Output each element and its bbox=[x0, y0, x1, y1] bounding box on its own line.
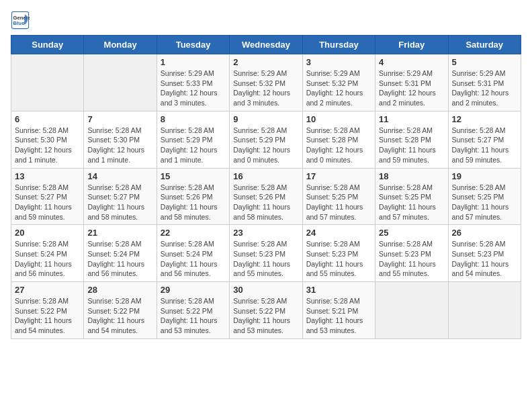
calendar-cell: 23Sunrise: 5:28 AMSunset: 5:23 PMDayligh… bbox=[230, 225, 302, 282]
calendar-cell: 30Sunrise: 5:28 AMSunset: 5:22 PMDayligh… bbox=[230, 282, 302, 339]
calendar-cell: 3Sunrise: 5:29 AMSunset: 5:32 PMDaylight… bbox=[302, 54, 375, 111]
day-info: Sunrise: 5:28 AMSunset: 5:21 PMDaylight:… bbox=[306, 296, 371, 336]
day-info: Sunrise: 5:28 AMSunset: 5:27 PMDaylight:… bbox=[15, 183, 80, 222]
day-info: Sunrise: 5:28 AMSunset: 5:25 PMDaylight:… bbox=[379, 183, 444, 222]
day-info: Sunrise: 5:28 AMSunset: 5:22 PMDaylight:… bbox=[233, 296, 298, 336]
day-info: Sunrise: 5:28 AMSunset: 5:23 PMDaylight:… bbox=[379, 239, 444, 279]
day-info: Sunrise: 5:29 AMSunset: 5:31 PMDaylight:… bbox=[379, 68, 444, 108]
day-number: 9 bbox=[233, 114, 298, 124]
calendar-cell: 11Sunrise: 5:28 AMSunset: 5:28 PMDayligh… bbox=[375, 111, 448, 168]
day-info: Sunrise: 5:28 AMSunset: 5:24 PMDaylight:… bbox=[87, 239, 152, 279]
calendar-cell: 2Sunrise: 5:29 AMSunset: 5:32 PMDaylight… bbox=[230, 54, 302, 111]
calendar-cell: 24Sunrise: 5:28 AMSunset: 5:23 PMDayligh… bbox=[302, 225, 375, 282]
day-header-sunday: Sunday bbox=[11, 36, 84, 54]
day-number: 6 bbox=[15, 114, 80, 124]
day-number: 8 bbox=[161, 114, 226, 124]
calendar-cell: 22Sunrise: 5:28 AMSunset: 5:24 PMDayligh… bbox=[157, 225, 229, 282]
calendar-cell: 7Sunrise: 5:28 AMSunset: 5:30 PMDaylight… bbox=[84, 111, 157, 168]
day-info: Sunrise: 5:28 AMSunset: 5:27 PMDaylight:… bbox=[87, 183, 152, 222]
day-number: 12 bbox=[452, 114, 517, 124]
svg-text:Blue: Blue bbox=[13, 20, 25, 26]
day-info: Sunrise: 5:28 AMSunset: 5:27 PMDaylight:… bbox=[452, 126, 517, 165]
day-number: 20 bbox=[15, 228, 80, 238]
day-number: 18 bbox=[379, 171, 444, 181]
day-number: 15 bbox=[161, 171, 226, 181]
calendar-table: SundayMondayTuesdayWednesdayThursdayFrid… bbox=[11, 35, 521, 339]
day-info: Sunrise: 5:28 AMSunset: 5:28 PMDaylight:… bbox=[306, 126, 371, 165]
calendar-cell bbox=[448, 282, 521, 339]
calendar-cell: 10Sunrise: 5:28 AMSunset: 5:28 PMDayligh… bbox=[302, 111, 375, 168]
calendar-cell: 17Sunrise: 5:28 AMSunset: 5:25 PMDayligh… bbox=[302, 168, 375, 225]
calendar-cell: 4Sunrise: 5:29 AMSunset: 5:31 PMDaylight… bbox=[375, 54, 448, 111]
day-info: Sunrise: 5:28 AMSunset: 5:26 PMDaylight:… bbox=[161, 183, 226, 222]
calendar-cell: 16Sunrise: 5:28 AMSunset: 5:26 PMDayligh… bbox=[230, 168, 302, 225]
day-info: Sunrise: 5:28 AMSunset: 5:30 PMDaylight:… bbox=[87, 126, 152, 165]
day-number: 21 bbox=[87, 228, 152, 238]
day-info: Sunrise: 5:28 AMSunset: 5:28 PMDaylight:… bbox=[379, 126, 444, 165]
logo: General Blue bbox=[11, 11, 32, 30]
calendar-cell bbox=[11, 54, 84, 111]
day-number: 30 bbox=[233, 285, 298, 295]
day-info: Sunrise: 5:28 AMSunset: 5:23 PMDaylight:… bbox=[306, 239, 371, 279]
day-number: 10 bbox=[306, 114, 371, 124]
day-number: 26 bbox=[452, 228, 517, 238]
day-number: 29 bbox=[161, 285, 226, 295]
day-info: Sunrise: 5:29 AMSunset: 5:33 PMDaylight:… bbox=[161, 68, 226, 108]
day-number: 16 bbox=[233, 171, 298, 181]
day-number: 24 bbox=[306, 228, 371, 238]
calendar-cell: 8Sunrise: 5:28 AMSunset: 5:29 PMDaylight… bbox=[157, 111, 229, 168]
day-info: Sunrise: 5:28 AMSunset: 5:29 PMDaylight:… bbox=[161, 126, 226, 165]
day-number: 13 bbox=[15, 171, 80, 181]
day-info: Sunrise: 5:29 AMSunset: 5:31 PMDaylight:… bbox=[452, 68, 517, 108]
calendar-cell: 19Sunrise: 5:28 AMSunset: 5:25 PMDayligh… bbox=[448, 168, 521, 225]
day-number: 28 bbox=[87, 285, 152, 295]
day-info: Sunrise: 5:29 AMSunset: 5:32 PMDaylight:… bbox=[306, 68, 371, 108]
day-number: 3 bbox=[306, 57, 371, 67]
calendar-cell: 31Sunrise: 5:28 AMSunset: 5:21 PMDayligh… bbox=[302, 282, 375, 339]
calendar-cell: 18Sunrise: 5:28 AMSunset: 5:25 PMDayligh… bbox=[375, 168, 448, 225]
calendar-cell: 27Sunrise: 5:28 AMSunset: 5:22 PMDayligh… bbox=[11, 282, 84, 339]
day-header-monday: Monday bbox=[84, 36, 157, 54]
day-number: 27 bbox=[15, 285, 80, 295]
day-number: 17 bbox=[306, 171, 371, 181]
calendar-cell bbox=[375, 282, 448, 339]
day-number: 25 bbox=[379, 228, 444, 238]
day-info: Sunrise: 5:28 AMSunset: 5:22 PMDaylight:… bbox=[161, 296, 226, 336]
day-header-thursday: Thursday bbox=[302, 36, 375, 54]
day-number: 22 bbox=[161, 228, 226, 238]
calendar-cell: 1Sunrise: 5:29 AMSunset: 5:33 PMDaylight… bbox=[157, 54, 229, 111]
calendar-cell: 9Sunrise: 5:28 AMSunset: 5:29 PMDaylight… bbox=[230, 111, 302, 168]
calendar-cell: 13Sunrise: 5:28 AMSunset: 5:27 PMDayligh… bbox=[11, 168, 84, 225]
calendar-cell: 15Sunrise: 5:28 AMSunset: 5:26 PMDayligh… bbox=[157, 168, 229, 225]
calendar-cell: 5Sunrise: 5:29 AMSunset: 5:31 PMDaylight… bbox=[448, 54, 521, 111]
day-number: 31 bbox=[306, 285, 371, 295]
day-number: 23 bbox=[233, 228, 298, 238]
calendar-cell: 25Sunrise: 5:28 AMSunset: 5:23 PMDayligh… bbox=[375, 225, 448, 282]
calendar-cell bbox=[84, 54, 157, 111]
day-number: 11 bbox=[379, 114, 444, 124]
day-header-wednesday: Wednesday bbox=[230, 36, 302, 54]
day-info: Sunrise: 5:28 AMSunset: 5:25 PMDaylight:… bbox=[306, 183, 371, 222]
calendar-cell: 21Sunrise: 5:28 AMSunset: 5:24 PMDayligh… bbox=[84, 225, 157, 282]
day-info: Sunrise: 5:28 AMSunset: 5:23 PMDaylight:… bbox=[233, 239, 298, 279]
day-number: 4 bbox=[379, 57, 444, 67]
day-header-saturday: Saturday bbox=[448, 36, 521, 54]
calendar-cell: 6Sunrise: 5:28 AMSunset: 5:30 PMDaylight… bbox=[11, 111, 84, 168]
day-info: Sunrise: 5:28 AMSunset: 5:22 PMDaylight:… bbox=[87, 296, 152, 336]
calendar-cell: 28Sunrise: 5:28 AMSunset: 5:22 PMDayligh… bbox=[84, 282, 157, 339]
day-info: Sunrise: 5:28 AMSunset: 5:24 PMDaylight:… bbox=[161, 239, 226, 279]
day-info: Sunrise: 5:28 AMSunset: 5:25 PMDaylight:… bbox=[452, 183, 517, 222]
day-number: 7 bbox=[87, 114, 152, 124]
day-info: Sunrise: 5:28 AMSunset: 5:23 PMDaylight:… bbox=[452, 239, 517, 279]
day-number: 1 bbox=[161, 57, 226, 67]
day-info: Sunrise: 5:29 AMSunset: 5:32 PMDaylight:… bbox=[233, 68, 298, 108]
calendar-cell: 20Sunrise: 5:28 AMSunset: 5:24 PMDayligh… bbox=[11, 225, 84, 282]
day-header-friday: Friday bbox=[375, 36, 448, 54]
day-info: Sunrise: 5:28 AMSunset: 5:24 PMDaylight:… bbox=[15, 239, 80, 279]
day-header-tuesday: Tuesday bbox=[157, 36, 229, 54]
day-number: 19 bbox=[452, 171, 517, 181]
calendar-cell: 14Sunrise: 5:28 AMSunset: 5:27 PMDayligh… bbox=[84, 168, 157, 225]
day-number: 5 bbox=[452, 57, 517, 67]
calendar-cell: 29Sunrise: 5:28 AMSunset: 5:22 PMDayligh… bbox=[157, 282, 229, 339]
day-info: Sunrise: 5:28 AMSunset: 5:29 PMDaylight:… bbox=[233, 126, 298, 165]
